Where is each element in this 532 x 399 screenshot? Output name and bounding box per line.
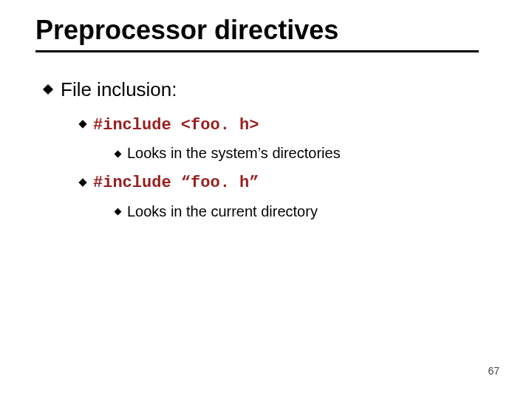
bullet-text: Looks in the current directory: [127, 203, 318, 219]
bullet-lvl3: Looks in the current directory: [115, 202, 488, 222]
bullet-lvl2: #include “foo. h”: [80, 171, 488, 194]
bullet-lvl2: #include <foo. h>: [80, 113, 488, 137]
code-text: #include “foo. h”: [93, 174, 259, 192]
diamond-icon: [78, 120, 86, 128]
page-number: 67: [488, 365, 499, 377]
slide: Preprocessor directives File inclusion: …: [0, 0, 532, 399]
slide-title: Preprocessor directives: [35, 15, 338, 46]
diamond-icon: [78, 178, 86, 186]
bullet-lvl1: File inclusion:: [44, 78, 488, 103]
bullet-lvl3: Looks in the system’s directories: [115, 143, 488, 163]
slide-content: File inclusion: #include <foo. h> Looks …: [44, 78, 488, 229]
diamond-icon: [115, 150, 122, 157]
diamond-icon: [115, 208, 122, 216]
bullet-text: Looks in the system’s directories: [127, 145, 341, 161]
bullet-text: File inclusion:: [61, 78, 177, 100]
title-underline: [35, 50, 479, 52]
code-text: #include <foo. h>: [93, 116, 259, 134]
diamond-icon: [43, 84, 53, 95]
